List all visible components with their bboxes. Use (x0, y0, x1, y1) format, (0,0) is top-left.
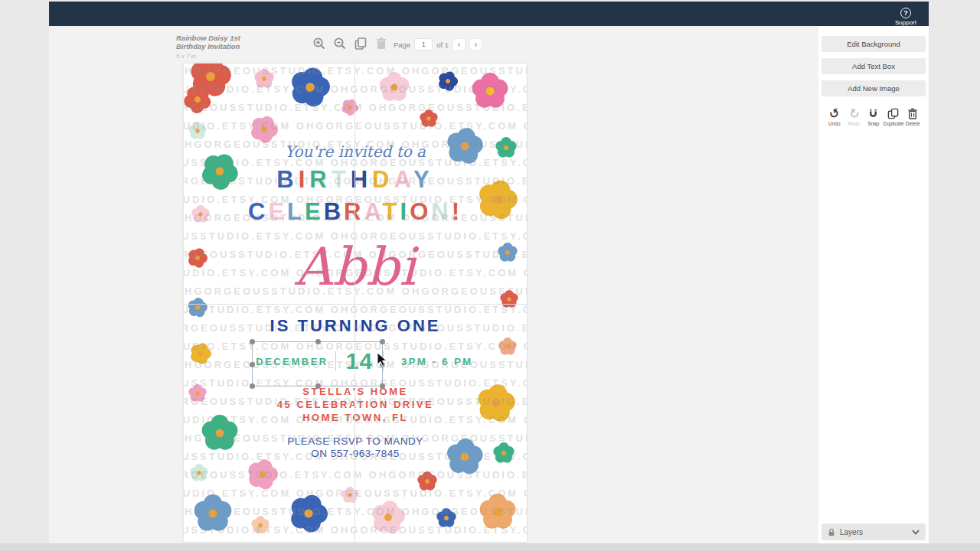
colored-letter: D (372, 166, 394, 193)
invite-intro-text[interactable]: You're invited to a (184, 142, 527, 161)
text-line: HOME TOWN, FL (184, 411, 527, 424)
delete-icon (903, 107, 923, 120)
turning-one-text[interactable]: IS TURNING ONE (184, 316, 527, 336)
selection-handle-w[interactable] (250, 362, 255, 367)
colored-letter: I (400, 198, 410, 225)
vertical-center-guide (354, 64, 355, 542)
sidebar-button-add-new-image[interactable]: Add New Image (822, 80, 926, 96)
colored-letter: Y (413, 166, 434, 193)
colored-letter: C (248, 198, 268, 225)
colored-letter: A (394, 166, 413, 193)
selection-handle-n[interactable] (315, 339, 321, 344)
selection-box[interactable] (252, 341, 383, 386)
duplicate-button[interactable]: Duplicate (884, 107, 903, 126)
selection-handle-s[interactable] (315, 383, 321, 389)
colored-letter: I (299, 166, 310, 193)
selection-handle-nw[interactable] (250, 339, 255, 344)
child-name-text[interactable]: Abbi (184, 236, 527, 297)
colored-letter: E (268, 198, 287, 225)
colored-letter: A (364, 198, 382, 225)
celebration-word[interactable]: CELEBRATION! (184, 198, 527, 226)
rsvp-textbox[interactable]: PLEASE RSVP TO MANDYON 557-963-7845 (184, 435, 527, 460)
document-size: 5 x 7 in (176, 52, 268, 60)
snap-button[interactable]: Snap (864, 107, 884, 126)
colored-letter: R (309, 166, 331, 193)
delete-button[interactable]: Delete (903, 107, 923, 126)
text-line: ON 557-963-7845 (184, 448, 527, 460)
support-button[interactable]: ? Support (895, 5, 916, 26)
text-line: PLEASE RSVP TO MANDY (184, 435, 527, 448)
lock-icon (828, 528, 835, 536)
colored-letter: T (332, 166, 351, 193)
design-canvas[interactable]: You're invited to a BIRTHDAY CELEBRATION… (184, 64, 527, 542)
text-line: 45 CELEBRATION DRIVE (184, 398, 527, 411)
bottom-strip (0, 543, 980, 551)
next-page-button[interactable]: › (469, 38, 482, 51)
colored-letter: ! (452, 198, 462, 225)
colored-letter: O (410, 198, 431, 225)
duplicate-icon (884, 107, 903, 120)
document-title: Rainbow Daisy 1st Birthday Invitation 5 … (176, 34, 268, 60)
right-sidebar: Edit BackgroundAdd Text BoxAdd New Image… (818, 26, 929, 543)
zoom-out-icon[interactable] (333, 37, 347, 51)
birthday-word[interactable]: BIRTHDAY (184, 166, 527, 194)
selection-handle-ne[interactable] (380, 339, 385, 344)
prev-page-button[interactable]: ‹ (452, 38, 466, 51)
redo-icon: ↻ (844, 107, 864, 120)
delete-page-icon[interactable] (374, 37, 388, 51)
horizontal-center-guide (184, 304, 527, 305)
colored-letter: H (351, 166, 372, 193)
tools-row: ↺ Undo↻ Redo Snap Duplicate Delete (818, 96, 929, 126)
colored-letter: B (276, 166, 298, 193)
page-number-input[interactable] (414, 38, 433, 51)
snap-icon (864, 107, 884, 120)
colored-letter: L (287, 198, 305, 225)
zoom-in-icon[interactable] (312, 37, 326, 51)
chevron-down-icon (912, 530, 920, 535)
page-label: Page (394, 41, 410, 49)
sidebar-button-add-text-box[interactable]: Add Text Box (822, 58, 926, 74)
undo-icon: ↺ (825, 107, 844, 120)
mouse-cursor (377, 352, 387, 367)
layers-dropdown[interactable]: Layers (822, 523, 926, 540)
sidebar-button-edit-background[interactable]: Edit Background (822, 36, 926, 52)
colored-letter: T (383, 198, 400, 225)
colored-letter: N (431, 198, 451, 225)
text-line: STELLA'S HOME (184, 385, 527, 398)
colored-letter: B (324, 198, 344, 225)
address-textbox[interactable]: STELLA'S HOME45 CELEBRATION DRIVEHOME TO… (184, 385, 527, 424)
top-bar: ? Support (49, 2, 929, 26)
duplicate-page-icon[interactable] (354, 37, 368, 51)
selection-handle-sw[interactable] (250, 383, 255, 389)
undo-button[interactable]: ↺ Undo (825, 107, 844, 126)
layers-label: Layers (840, 528, 907, 536)
selection-handle-se[interactable] (380, 383, 385, 389)
colored-letter: E (305, 198, 324, 225)
support-label: Support (895, 19, 916, 26)
help-icon: ? (900, 8, 911, 18)
page-total: of 1 (436, 41, 449, 49)
redo-button: ↻ Redo (844, 107, 864, 126)
